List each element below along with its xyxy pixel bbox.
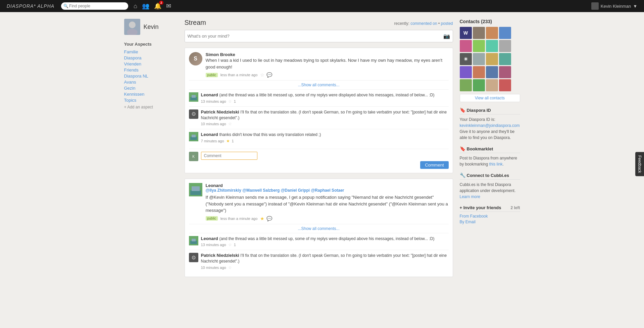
diaspora-id-widget: 🔖 Diaspora ID Your Diaspora ID is: kevin… bbox=[460, 107, 520, 141]
comment-author-name[interactable]: Leonard bbox=[201, 236, 218, 241]
stream-header: Stream recently: commented on • posted bbox=[185, 19, 453, 27]
mention-link[interactable]: @Ilya Zhitomirskiy bbox=[206, 188, 241, 193]
post-time: less than a minute ago bbox=[220, 217, 258, 221]
star-icon[interactable]: ★ bbox=[260, 216, 264, 221]
aspect-link-kennissen[interactable]: Kennissen bbox=[124, 92, 145, 97]
contact-thumb[interactable] bbox=[486, 53, 498, 65]
right-sidebar: Contacts (233) W ✳ bbox=[460, 19, 520, 282]
aspect-link-vrienden[interactable]: Vrienden bbox=[124, 61, 142, 66]
stream-filter: recently: commented on • posted bbox=[394, 21, 453, 26]
filter-commented[interactable]: commented on bbox=[410, 21, 437, 26]
contact-thumb[interactable] bbox=[473, 79, 485, 91]
messages-icon[interactable]: ✉ bbox=[166, 2, 171, 10]
comment-author-name[interactable]: Patrick Niedzielski bbox=[201, 253, 239, 258]
comment-star[interactable]: ☆ bbox=[228, 242, 232, 247]
notifications-icon[interactable]: 🔔 2 bbox=[154, 2, 161, 10]
comment-body: Leonard thanks didn't know that this was… bbox=[201, 132, 449, 143]
contact-thumb[interactable] bbox=[499, 53, 511, 65]
camera-icon[interactable]: 📷 bbox=[443, 33, 450, 39]
filter-posted[interactable]: posted bbox=[441, 21, 453, 26]
contact-thumb[interactable] bbox=[499, 66, 511, 78]
brand-logo: DIASPORA* ALPHA bbox=[7, 3, 54, 9]
search-wrap: 🔍 bbox=[61, 2, 128, 10]
list-item: Diaspora NL bbox=[124, 74, 178, 79]
cubbies-link[interactable]: Learn more bbox=[460, 194, 480, 199]
aspect-link-avans[interactable]: Avans bbox=[124, 80, 136, 85]
contact-thumb[interactable] bbox=[473, 27, 485, 39]
contact-thumb[interactable] bbox=[473, 53, 485, 65]
contacts-icon[interactable]: 👥 bbox=[142, 2, 149, 10]
comment-submit-button[interactable]: Comment bbox=[420, 161, 448, 169]
home-icon[interactable]: ⌂ bbox=[134, 3, 137, 10]
comment-star[interactable]: ★ bbox=[226, 139, 230, 143]
aspect-link-friends[interactable]: Friends bbox=[124, 67, 139, 73]
filter-label: recently: bbox=[394, 21, 409, 26]
contact-thumb[interactable]: W bbox=[460, 27, 472, 39]
contact-thumb[interactable] bbox=[486, 40, 498, 52]
post-actions: ☆ 💬 bbox=[260, 72, 272, 78]
comment-author-name[interactable]: Leonard bbox=[201, 132, 218, 137]
show-comments[interactable]: ...Show all comments... bbox=[189, 80, 449, 89]
top-navigation: DIASPORA* ALPHA 🔍 ⌂ 👥 🔔 2 ✉ Kevin Kleinm… bbox=[0, 0, 644, 12]
comment-star[interactable]: ☆ bbox=[228, 122, 232, 126]
aspect-link-gezin[interactable]: Gezin bbox=[124, 86, 136, 91]
search-input[interactable] bbox=[61, 2, 128, 10]
comment-input[interactable] bbox=[201, 152, 257, 160]
contact-thumb[interactable] bbox=[499, 79, 511, 91]
contact-thumb[interactable] bbox=[486, 66, 498, 78]
compose-input[interactable] bbox=[188, 34, 441, 39]
invite-email-link[interactable]: By Email bbox=[460, 220, 520, 224]
comment-body: Patrick Niedzielski I'll fix that on the… bbox=[201, 253, 449, 270]
mention-link[interactable]: @Raphael Sotaer bbox=[311, 188, 344, 193]
contact-thumb[interactable] bbox=[460, 40, 472, 52]
contact-thumb[interactable] bbox=[486, 79, 498, 91]
contact-thumb[interactable] bbox=[460, 79, 472, 91]
comment-icon[interactable]: 💬 bbox=[266, 72, 272, 78]
comment-text: (and the thread was a little bit messed … bbox=[219, 236, 434, 241]
invite-title: + Invite your friends 2 left bbox=[460, 205, 520, 212]
aspect-link-familie[interactable]: Familie bbox=[124, 49, 138, 54]
user-menu[interactable]: Kevin Kleinman ▼ bbox=[591, 2, 637, 10]
view-all-contacts-button[interactable]: View all contacts bbox=[460, 94, 520, 102]
list-item: Diaspora bbox=[124, 55, 178, 60]
user-avatar bbox=[591, 2, 599, 10]
comment-icon[interactable]: 💬 bbox=[266, 216, 272, 221]
contact-thumb[interactable] bbox=[499, 27, 511, 39]
aspect-link-diaspora-nl[interactable]: Diaspora NL bbox=[124, 74, 148, 79]
add-aspect-link[interactable]: + Add an aspect bbox=[124, 105, 153, 109]
post-card: S Simon Brooke When I was a kid I used t… bbox=[185, 48, 453, 173]
comment-body: Leonard (and the thread was a little bit… bbox=[201, 236, 449, 247]
bookmarklet-title: 🔖 Bookmarklet bbox=[460, 146, 520, 153]
invite-facebook-link[interactable]: From Facebook bbox=[460, 214, 520, 219]
bookmark2-icon: 🔖 bbox=[460, 146, 465, 151]
comment-meta: 7 minutes ago ★ 1 bbox=[201, 139, 449, 143]
comment-star[interactable]: ☆ bbox=[228, 265, 232, 270]
comment-count: 1 bbox=[234, 99, 236, 103]
comment-text: (and the thread was a little bit messed … bbox=[219, 93, 434, 97]
comment-author-name[interactable]: Leonard bbox=[201, 92, 218, 97]
mention-link[interactable]: @Daniel Grippi bbox=[281, 188, 310, 193]
aspect-link-topics[interactable]: Topics bbox=[124, 98, 137, 103]
contact-thumb[interactable] bbox=[473, 66, 485, 78]
comment-star[interactable]: ☆ bbox=[228, 99, 232, 104]
invite-links: From Facebook By Email bbox=[460, 214, 520, 224]
bookmarklet-link[interactable]: this link bbox=[489, 162, 503, 167]
star-icon[interactable]: ☆ bbox=[260, 72, 264, 78]
comment-text: thanks didn't know that this was only tr… bbox=[219, 132, 321, 137]
aspect-link-diaspora[interactable]: Diaspora bbox=[124, 55, 142, 60]
contact-thumb[interactable] bbox=[499, 40, 511, 52]
contact-thumb[interactable] bbox=[460, 66, 472, 78]
contact-thumb[interactable] bbox=[486, 27, 498, 39]
mention-link[interactable]: @Maxwell Salzberg bbox=[242, 188, 280, 193]
comment-author-avatar: ⚙ bbox=[189, 253, 198, 262]
show-comments[interactable]: ...Show all comments... bbox=[189, 224, 449, 233]
comment-author-name[interactable]: Patrick Niedzielski bbox=[201, 109, 239, 114]
contact-thumb[interactable]: ✳ bbox=[460, 53, 472, 65]
notification-badge: 2 bbox=[159, 1, 163, 5]
cubbies-title-text: Connect to Cubbi.es bbox=[467, 173, 509, 178]
diaspora-id-link[interactable]: kevinkleinman@joindiaspora.com bbox=[460, 123, 520, 128]
post-author-name[interactable]: Simon Brooke bbox=[206, 52, 449, 57]
feedback-tab[interactable]: Feedback bbox=[635, 152, 644, 176]
post-author-name[interactable]: Leonard bbox=[206, 183, 449, 188]
contact-thumb[interactable] bbox=[473, 40, 485, 52]
